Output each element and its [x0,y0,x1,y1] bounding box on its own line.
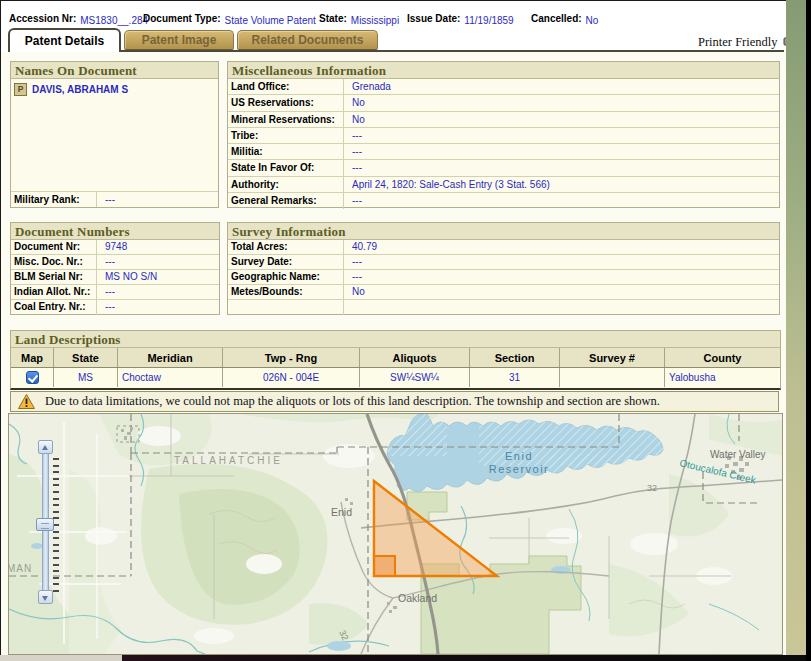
us-reservations-value: No [344,95,365,110]
authority-label: Authority: [228,177,344,192]
geographic-name-value: --- [344,270,362,284]
col-state: State [54,348,118,367]
tribe-label: Tribe: [228,128,344,143]
metes-bounds-label: Metes/Bounds: [228,285,344,299]
tab-bar: Patent Details Patent Image Related Docu… [1,28,786,52]
accession-value: MS1830__.284 [80,15,148,26]
cell-state: MS [54,368,118,387]
militia-label: Militia: [228,144,344,159]
blm-serial-nr-label: BLM Serial Nr: [11,270,97,284]
misc-row: Authority:April 24, 1820: Sale-Cash Entr… [228,177,779,193]
topo-map[interactable]: TALLAHATCHIE MAN Enid Oakland Water Vall… [9,414,782,654]
cancelled-label: Cancelled: [531,13,582,24]
accession-field: Accession Nr:MS1830__.284 [9,8,148,26]
names-on-document-section: Names On Document P DAVIS, ABRAHAM S Mil… [10,61,219,208]
water-valley-town-label: Water Valley [710,449,766,460]
us-reservations-label: US Reservations: [228,95,344,110]
survey-row: Geographic Name:--- [228,270,779,285]
military-rank-value: --- [97,192,115,207]
survey-information-section: Survey Information Total Acres:40.79 Sur… [227,222,780,315]
zoom-out-button[interactable] [38,590,53,604]
document-numbers-section: Document Numbers Document Nr:9748 Misc. … [10,222,220,315]
tribe-value: --- [344,128,362,143]
document-header-bar: Accession Nr:MS1830__.284 Document Type:… [1,1,786,28]
misc-row: Tribe:--- [228,128,779,144]
misc-row: General Remarks:--- [228,193,779,209]
miscellaneous-information-title: Miscellaneous Information [228,62,779,79]
col-meridian: Meridian [118,348,223,367]
land-table-row: MS Choctaw 026N - 004E SW¼SW¼ 31 Yalobus… [11,368,780,387]
indian-allot-nr-value: --- [97,285,115,299]
coal-entry-nr-label: Coal Entry. Nr.: [11,300,97,315]
misc-doc-nr-label: Misc. Doc. Nr.: [11,255,97,269]
map-viewport[interactable]: TALLAHATCHIE MAN Enid Oakland Water Vall… [8,413,783,655]
patentee-name-link[interactable]: DAVIS, ABRAHAM S [32,84,128,95]
authority-value: April 24, 1820: Sale-Cash Entry (3 Stat.… [344,177,550,192]
county-label: TALLAHATCHIE [174,455,283,466]
docnum-row: BLM Serial Nr:MS NO S/N [11,270,219,285]
cancelled-field: Cancelled:No [531,8,598,26]
misc-row: Militia:--- [228,144,779,160]
bottom-bar-left [0,655,122,661]
general-remarks-label: General Remarks: [228,193,344,209]
col-section: Section [470,348,560,367]
docnum-row: Coal Entry. Nr.:--- [11,300,219,315]
cell-county: Yalobusha [665,368,780,387]
patentee-row: P DAVIS, ABRAHAM S [11,79,218,96]
blm-serial-nr-value: MS NO S/N [97,270,157,284]
left-county-label: MAN [9,563,32,574]
state-in-favor-label: State In Favor Of: [228,160,344,175]
tab-related-documents[interactable]: Related Documents [237,30,378,50]
reservoir-label-line2: Reservoir [489,463,550,475]
survey-row: Survey Date:--- [228,255,779,270]
empty-label [228,300,344,315]
state-in-favor-value: --- [344,160,362,175]
col-map: Map [11,348,54,367]
total-acres-label: Total Acres: [228,240,344,254]
zoom-slider-handle[interactable] [36,518,54,531]
map-checkbox[interactable] [26,371,39,384]
printer-friendly-label: Printer Friendly [698,35,778,50]
document-nr-value: 9748 [97,240,127,254]
total-acres-value: 40.79 [344,240,377,254]
document-type-value: State Volume Patent [225,15,316,26]
mineral-reservations-value: No [344,112,365,127]
patent-details-page: Accession Nr:MS1830__.284 Document Type:… [0,0,811,661]
tab-patent-image[interactable]: Patent Image [124,30,234,50]
mineral-reservations-label: Mineral Reservations: [228,112,344,127]
state-value: Mississippi [351,15,399,26]
miscellaneous-information-section: Miscellaneous Information Land Office:Gr… [227,61,780,208]
map-checkbox-cell [11,368,54,387]
survey-row-empty [228,300,779,315]
document-type-field: Document Type:State Volume Patent [143,8,316,26]
patentee-icon: P [14,83,27,96]
indian-allot-nr-label: Indian Allot. Nr.: [11,285,97,299]
route-32-label: 32 [647,483,657,493]
empty-value [344,300,352,315]
land-table-header: Map State Meridian Twp - Rng Aliquots Se… [11,348,780,368]
survey-date-label: Survey Date: [228,255,344,269]
enid-town-label: Enid [331,506,352,518]
cell-section: 31 [470,368,560,387]
zoom-in-button[interactable] [38,440,53,454]
issue-date-field: Issue Date:11/19/1859 [407,8,514,26]
militia-value: --- [344,144,362,159]
map-warning-bar: Due to data limitations, we could not ma… [10,391,779,412]
document-type-label: Document Type: [143,13,221,24]
survey-information-title: Survey Information [228,223,779,240]
cell-twp-rng: 026N - 004E [223,368,360,387]
metes-bounds-value: No [344,285,365,299]
docnum-row: Indian Allot. Nr.:--- [11,285,219,300]
col-twp-rng: Twp - Rng [223,348,360,367]
misc-row: US Reservations:No [228,95,779,111]
bottom-bar [122,655,811,661]
warning-icon [18,394,35,409]
right-black-edge [806,0,811,661]
tab-patent-details[interactable]: Patent Details [8,28,121,52]
accession-label: Accession Nr: [9,13,76,24]
issue-date-value: 11/19/1859 [464,15,513,26]
military-rank-row: Military Rank: --- [11,191,218,207]
state-label: State: [319,13,347,24]
document-numbers-title: Document Numbers [11,223,219,240]
misc-row: State In Favor Of:--- [228,160,779,176]
